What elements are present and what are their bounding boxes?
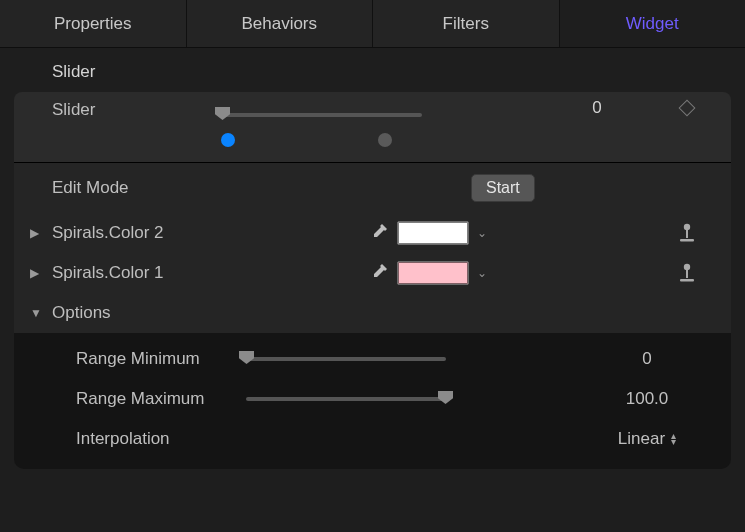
eyedropper-icon[interactable] bbox=[361, 223, 397, 243]
tab-widget[interactable]: Widget bbox=[560, 0, 746, 47]
tab-behaviors[interactable]: Behaviors bbox=[187, 0, 374, 47]
popup-arrows-icon: ▴▾ bbox=[671, 433, 676, 445]
slider-label: Slider bbox=[52, 92, 222, 120]
color1-swatch[interactable] bbox=[397, 261, 469, 285]
color1-label: Spirals.Color 1 bbox=[52, 263, 222, 283]
inspector-panel: Properties Behaviors Filters Widget Slid… bbox=[0, 0, 745, 469]
slider-value[interactable]: 0 bbox=[537, 92, 657, 118]
chevron-down-icon[interactable]: ⌄ bbox=[477, 226, 487, 240]
tab-label: Behaviors bbox=[241, 14, 317, 34]
section-title: Slider bbox=[0, 48, 745, 92]
interpolation-value: Linear bbox=[618, 429, 665, 449]
color2-row: ▶ Spirals.Color 2 ⌄ bbox=[14, 213, 731, 253]
rig-control-icon[interactable] bbox=[657, 222, 717, 244]
options-header[interactable]: ▼ Options bbox=[14, 293, 731, 333]
color2-swatch[interactable] bbox=[397, 221, 469, 245]
range-min-label: Range Minimum bbox=[76, 349, 246, 369]
snapshot-marker-end[interactable] bbox=[378, 133, 392, 147]
tab-label: Properties bbox=[54, 14, 131, 34]
svg-rect-2 bbox=[680, 239, 694, 242]
slider-group: Slider 0 bbox=[14, 92, 731, 162]
edit-mode-start-button[interactable]: Start bbox=[471, 174, 535, 202]
svg-rect-4 bbox=[686, 270, 688, 278]
svg-point-0 bbox=[684, 224, 690, 230]
interpolation-row: Interpolation Linear ▴▾ bbox=[14, 419, 731, 459]
snapshot-marker-start[interactable] bbox=[221, 133, 235, 147]
chevron-down-icon[interactable]: ⌄ bbox=[477, 266, 487, 280]
disclosure-triangle-icon[interactable]: ▶ bbox=[30, 266, 39, 280]
range-max-value[interactable]: 100.0 bbox=[577, 389, 717, 409]
keyframe-icon[interactable] bbox=[679, 100, 696, 117]
slider-track[interactable] bbox=[222, 113, 422, 117]
range-max-label: Range Maximum bbox=[76, 389, 246, 409]
svg-rect-1 bbox=[686, 230, 688, 238]
tab-label: Widget bbox=[626, 14, 679, 34]
svg-rect-5 bbox=[680, 279, 694, 282]
range-max-slider[interactable] bbox=[246, 397, 446, 401]
svg-point-3 bbox=[684, 264, 690, 270]
tab-properties[interactable]: Properties bbox=[0, 0, 187, 47]
snapshot-track[interactable] bbox=[222, 139, 422, 141]
tab-label: Filters bbox=[443, 14, 489, 34]
tab-filters[interactable]: Filters bbox=[373, 0, 560, 47]
disclosure-triangle-down-icon[interactable]: ▼ bbox=[30, 306, 42, 320]
range-min-row: Range Minimum 0 bbox=[14, 339, 731, 379]
range-min-value[interactable]: 0 bbox=[577, 349, 717, 369]
options-body: Range Minimum 0 Range Maximum 100.0 Inte… bbox=[14, 333, 731, 469]
color1-row: ▶ Spirals.Color 1 ⌄ bbox=[14, 253, 731, 293]
interpolation-label: Interpolation bbox=[76, 429, 246, 449]
disclosure-triangle-icon[interactable]: ▶ bbox=[30, 226, 39, 240]
inspector-tabs: Properties Behaviors Filters Widget bbox=[0, 0, 745, 48]
color2-label: Spirals.Color 2 bbox=[52, 223, 222, 243]
interpolation-popup[interactable]: Linear ▴▾ bbox=[618, 429, 676, 449]
range-min-slider[interactable] bbox=[246, 357, 446, 361]
eyedropper-icon[interactable] bbox=[361, 263, 397, 283]
options-label: Options bbox=[52, 303, 222, 323]
edit-mode-label: Edit Mode bbox=[52, 178, 222, 198]
edit-mode-row: Edit Mode Start bbox=[14, 163, 731, 213]
range-max-row: Range Maximum 100.0 bbox=[14, 379, 731, 419]
range-max-thumb[interactable] bbox=[438, 391, 453, 404]
rig-control-icon[interactable] bbox=[657, 262, 717, 284]
